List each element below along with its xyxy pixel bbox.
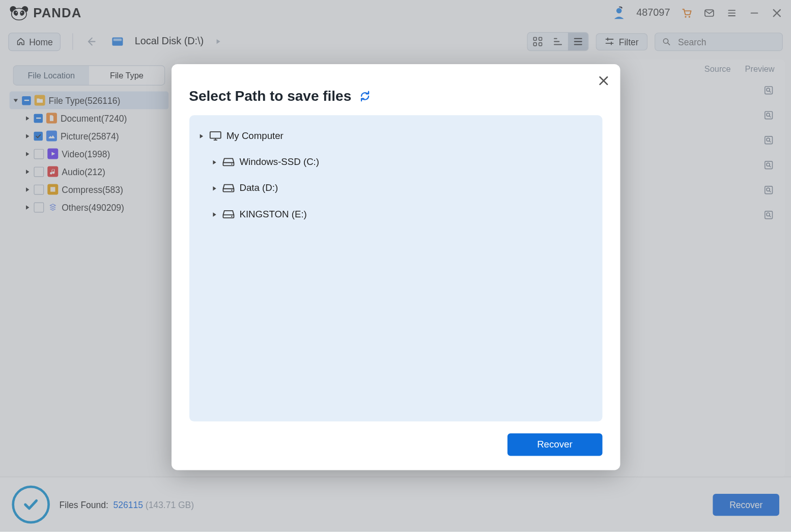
modal-footer: Recover: [189, 433, 602, 456]
computer-icon: [209, 131, 222, 142]
save-path-modal: Select Path to save files My Computer Wi…: [171, 64, 619, 470]
chevron-right-icon: [212, 159, 217, 164]
modal-title-row: Select Path to save files: [189, 88, 602, 105]
hdd-icon: [222, 183, 235, 193]
modal-recover-button[interactable]: Recover: [507, 433, 602, 456]
modal-title: Select Path to save files: [189, 88, 351, 105]
refresh-button[interactable]: [358, 90, 372, 103]
chevron-right-icon: [212, 212, 217, 217]
path-label: KINGSTON (E:): [239, 209, 306, 219]
path-drive-d[interactable]: Data (D:): [210, 179, 594, 197]
hdd-icon: [222, 157, 235, 167]
path-tree: My Computer Windows-SSD (C:) Data (D:) K…: [189, 115, 602, 422]
close-button[interactable]: [598, 75, 609, 87]
chevron-right-icon: [199, 133, 204, 138]
path-label: Windows-SSD (C:): [239, 157, 319, 167]
path-label: Data (D:): [239, 183, 278, 193]
path-root-computer[interactable]: My Computer: [197, 127, 594, 145]
path-drive-c[interactable]: Windows-SSD (C:): [210, 153, 594, 171]
chevron-right-icon: [212, 185, 217, 190]
path-drive-e[interactable]: KINGSTON (E:): [210, 205, 594, 223]
hdd-icon: [222, 210, 235, 219]
path-label: My Computer: [227, 131, 284, 142]
